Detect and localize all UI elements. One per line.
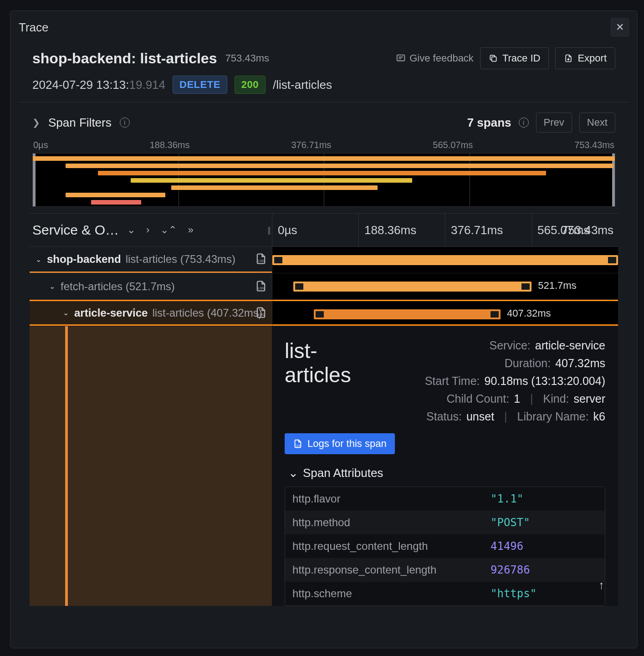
time-tick: 188.36ms (358, 214, 445, 246)
panel-title: Trace (19, 20, 49, 35)
svg-text:LOG: LOG (296, 444, 301, 447)
minimap-area[interactable] (32, 153, 615, 207)
chevron-right-icon[interactable]: ❯ (32, 117, 40, 128)
span-filters-label: Span Filters (48, 116, 112, 130)
span-bar-label: 521.7ms (538, 280, 576, 292)
logs-icon: LOG (293, 439, 303, 449)
tick-label: 188.36ms (150, 140, 190, 150)
trace-id-label: Trace ID (502, 52, 541, 64)
span-bar-label: 407.32ms (507, 308, 551, 319)
span-row-label[interactable]: ⌄shop-backendlist-articles (753.43ms)LOG (30, 247, 272, 273)
logs-for-span-button[interactable]: LOG Logs for this span (285, 433, 395, 454)
attr-key: http.method (292, 516, 491, 529)
time-tick: 565.07ms 753.43ms (532, 214, 618, 246)
logs-icon[interactable]: LOG (255, 280, 268, 293)
arrow-up-icon: ↑ (598, 578, 604, 592)
request-path: /list-articles (273, 78, 332, 92)
column-resize-handle[interactable]: || (266, 214, 272, 246)
minimap-span-bar (66, 164, 614, 168)
tick-label: 376.71ms (291, 140, 331, 150)
attr-key: http.flavor (292, 492, 491, 505)
span-attributes-header[interactable]: ⌄ Span Attributes (285, 466, 605, 480)
span-operation: list-articles (407.32ms) (152, 307, 262, 319)
span-service: article-service (74, 307, 148, 319)
feedback-label: Give feedback (409, 52, 474, 64)
minimap: 0µs 188.36ms 376.71ms 565.07ms 753.43ms (32, 140, 615, 207)
trace-id-button[interactable]: Trace ID (480, 47, 549, 69)
span-count: 7 spans (467, 116, 511, 130)
span-rows: ⌄shop-backendlist-articles (753.43ms)LOG… (30, 247, 618, 326)
attribute-row: http.method"POST" (285, 511, 605, 534)
feedback-icon (396, 53, 406, 63)
columns-header: Service & O… ⌄ › ⌄⌃ » || 0µs 188.36ms 37… (30, 213, 618, 247)
info-icon[interactable]: i (519, 118, 529, 128)
next-button[interactable]: Next (579, 113, 615, 133)
timestamp: 2024-07-29 13:13:19.914 (32, 78, 165, 92)
attr-value: "POST" (491, 516, 598, 529)
span-row[interactable]: ⌄shop-backendlist-articles (753.43ms)LOG (30, 247, 618, 273)
span-attributes-table: http.flavor"1.1"http.method"POST"http.re… (285, 487, 605, 606)
span-row[interactable]: ⌄article-servicelist-articles (407.32ms)… (30, 300, 618, 326)
time-columns: 0µs 188.36ms 376.71ms 565.07ms 753.43ms (272, 214, 618, 246)
logs-icon[interactable]: LOG (255, 306, 268, 320)
span-operation: list-articles (753.43ms) (126, 253, 235, 266)
svg-text:LOG: LOG (258, 259, 265, 262)
info-icon[interactable]: i (120, 118, 130, 128)
attr-value: 926786 (491, 564, 598, 576)
logs-icon[interactable]: LOG (255, 252, 268, 266)
span-row-timeline (272, 247, 618, 273)
close-icon: ✕ (616, 21, 624, 33)
span-filters-row: ❯ Span Filters i 7 spans i Prev Next (19, 102, 629, 140)
service-operation-header[interactable]: Service & O… ⌄ › ⌄⌃ » (30, 214, 266, 246)
span-bar (314, 309, 501, 319)
prev-button[interactable]: Prev (536, 113, 572, 133)
minimap-span-bar (66, 193, 166, 197)
chevron-down-icon[interactable]: ⌄ (48, 282, 56, 291)
export-label: Export (578, 52, 607, 64)
attr-key: http.request_content_length (292, 540, 491, 553)
svg-text:LOG: LOG (258, 287, 265, 290)
span-detail-meta: Service: article-service Duration: 407.3… (389, 339, 605, 423)
chevron-down-icon[interactable]: ⌄ (61, 308, 70, 317)
span-row-label[interactable]: ⌄article-servicelist-articles (407.32ms)… (30, 300, 272, 326)
svg-rect-0 (397, 55, 405, 61)
span-operation: fetch-articles (521.7ms) (61, 280, 175, 293)
service-op-label: Service & O… (32, 222, 119, 238)
time-tick: 0µs (272, 214, 358, 246)
chevron-right-icon[interactable]: › (146, 224, 149, 236)
svg-rect-1 (492, 57, 496, 62)
attr-value: "1.1" (491, 492, 598, 505)
minimap-span-bar (131, 178, 413, 183)
give-feedback-link[interactable]: Give feedback (396, 52, 474, 64)
attribute-row: http.response_content_length926786 (285, 558, 605, 582)
span-row[interactable]: ⌄fetch-articles (521.7ms)LOG521.7ms (30, 273, 618, 300)
span-detail-title: list-articles (285, 339, 371, 423)
chevron-down-icon: ⌄ (288, 466, 298, 480)
chevron-down-icon[interactable]: ⌄ (127, 224, 135, 236)
tick-label: 753.43ms (574, 140, 614, 150)
copy-icon (489, 54, 498, 63)
chevron-down-icon[interactable]: ⌄ (34, 255, 42, 264)
attr-key: http.scheme (292, 587, 491, 600)
tick-label: 565.07ms (433, 140, 473, 150)
span-row-label[interactable]: ⌄fetch-articles (521.7ms)LOG (30, 273, 272, 299)
attribute-row: http.scheme"https" (285, 582, 605, 605)
export-button[interactable]: Export (555, 47, 615, 69)
span-detail-area: list-articles Service: article-service D… (30, 326, 618, 606)
tick-label: 0µs (33, 140, 48, 150)
span-detail-gutter (30, 326, 272, 606)
trace-name: shop-backend: list-articles (32, 50, 217, 67)
minimap-span-bar (33, 156, 615, 161)
attr-value: 41496 (491, 540, 598, 553)
close-button[interactable]: ✕ (611, 18, 629, 36)
collapse-icon[interactable]: ⌄⌃ (160, 224, 177, 236)
scroll-to-top-button[interactable]: ↑ (598, 578, 604, 592)
span-bar (293, 282, 532, 292)
method-badge: DELETE (173, 76, 227, 94)
double-chevron-icon[interactable]: » (188, 224, 193, 236)
span-bar (272, 255, 618, 265)
attribute-row: http.flavor"1.1" (285, 487, 605, 511)
minimap-span-bar (171, 185, 377, 190)
minimap-ticks: 0µs 188.36ms 376.71ms 565.07ms 753.43ms (32, 140, 615, 153)
panel-titlebar: Trace ✕ (10, 11, 637, 43)
